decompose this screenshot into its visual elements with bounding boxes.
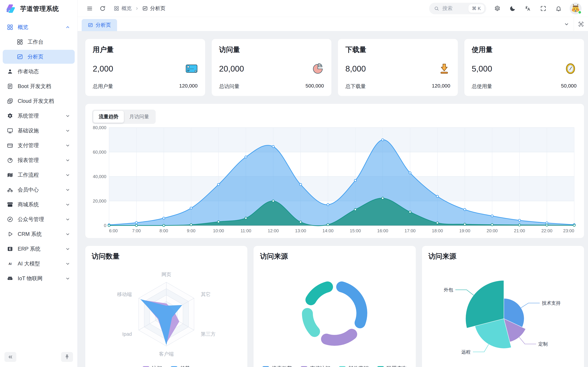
radar-legend: 访问趋势 bbox=[92, 364, 241, 367]
sidebar-item-ai[interactable]: AIAI 大模型 bbox=[3, 257, 75, 271]
legend-label: 联盟广告 bbox=[387, 365, 407, 367]
fullscreen-button[interactable] bbox=[539, 4, 547, 13]
sidebar-item-mall[interactable]: 商城系统 bbox=[3, 198, 75, 212]
tab-traffic-trend[interactable]: 流量趋势 bbox=[93, 111, 124, 123]
sidebar-item-analysis[interactable]: 分析页 bbox=[3, 50, 75, 64]
sidebar-item-cloud-docs[interactable]: Cloud 开发文档 bbox=[3, 94, 75, 108]
sidebar-collapse-button[interactable] bbox=[4, 352, 16, 362]
x-axis-tick: 6:00 bbox=[109, 228, 118, 233]
sidebar-item-erp[interactable]: ERP 系统 bbox=[3, 242, 75, 256]
sidebar-item-overview[interactable]: 概览 bbox=[3, 20, 75, 34]
chevron-down-icon bbox=[65, 172, 71, 178]
monitor-icon bbox=[7, 127, 13, 134]
shop-icon bbox=[7, 201, 13, 208]
legend-swatch bbox=[143, 366, 149, 367]
sidebar-item-member[interactable]: 会员中心 bbox=[3, 183, 75, 197]
sidebar-item-payment[interactable]: 支付管理 bbox=[3, 138, 75, 152]
sidebar-item-label: 系统管理 bbox=[18, 112, 39, 119]
sidebar-item-label: AI 大模型 bbox=[18, 260, 40, 267]
tab-analysis[interactable]: 分析页 bbox=[82, 19, 117, 31]
sidebar-item-crm[interactable]: CRM 系统 bbox=[3, 227, 75, 241]
visit-source-rose-card: 访问来源 技术支持定制远程外包 bbox=[422, 246, 584, 367]
pin-icon bbox=[64, 354, 70, 360]
moon-icon bbox=[509, 5, 516, 12]
visit-count-card: 访问数量 网页其它第三方客户端Ipad移动端 访问趋势 bbox=[85, 246, 248, 367]
sidebar-item-label: IoT 物联网 bbox=[18, 275, 43, 282]
sidebar-item-label: 公众号管理 bbox=[18, 216, 44, 223]
sidebar-item-infra[interactable]: 基础设施 bbox=[3, 124, 75, 138]
stat-footer-label: 总下载量 bbox=[345, 83, 366, 90]
gear-icon bbox=[494, 5, 501, 12]
sidebar-pin-button[interactable] bbox=[61, 352, 73, 362]
pie-callout-label: 远程 bbox=[461, 349, 471, 354]
pie-icon bbox=[7, 157, 13, 163]
dark-mode-button[interactable] bbox=[508, 4, 517, 13]
legend-item-1[interactable]: 访问 bbox=[143, 365, 162, 367]
breadcrumb-item-analysis[interactable]: 分析页 bbox=[142, 5, 165, 12]
sidebar-item-workbench[interactable]: 工作台 bbox=[3, 35, 75, 49]
sidebar-toggle-button[interactable] bbox=[86, 4, 94, 13]
sidebar-item-label: 工作台 bbox=[27, 38, 43, 46]
chevrons-left-icon bbox=[8, 354, 13, 360]
stat-footer-value: 50,000 bbox=[561, 83, 577, 90]
language-button[interactable] bbox=[524, 4, 532, 13]
y-axis-tick: 0 bbox=[104, 223, 106, 228]
maximize-icon bbox=[578, 21, 584, 27]
sidebar-item-label: Boot 开发文档 bbox=[18, 83, 51, 90]
sidebar-item-label: ERP 系统 bbox=[18, 245, 41, 252]
legend-item-2[interactable]: 趋势 bbox=[171, 365, 190, 367]
sidebar-item-workflow[interactable]: 工作流程 bbox=[3, 168, 75, 182]
gear-icon bbox=[7, 113, 13, 119]
layout-icon bbox=[17, 39, 23, 45]
chevron-down-icon bbox=[65, 217, 71, 222]
settings-button[interactable] bbox=[493, 4, 502, 13]
chevron-down-icon bbox=[65, 142, 71, 148]
search-placeholder: 搜索 bbox=[442, 5, 453, 12]
credit-card-icon bbox=[185, 63, 198, 75]
x-axis-tick: 21:00 bbox=[514, 228, 525, 233]
legend-item-3[interactable]: 邮件营销 bbox=[339, 365, 369, 367]
sidebar-item-label: 会员中心 bbox=[18, 186, 39, 193]
x-axis-tick: 9:00 bbox=[187, 228, 196, 233]
refresh-button[interactable] bbox=[98, 4, 107, 13]
tab-bar: 分析页 bbox=[78, 17, 588, 31]
chevron-down-icon bbox=[65, 128, 71, 133]
x-axis-tick: 11:00 bbox=[241, 228, 251, 233]
sidebar-item-label: 支付管理 bbox=[18, 142, 39, 149]
online-status-dot bbox=[578, 10, 581, 14]
y-axis-tick: 40,000 bbox=[93, 174, 106, 179]
sidebar-item-report[interactable]: 报表管理 bbox=[3, 153, 75, 167]
stat-footer-label: 总用户量 bbox=[93, 83, 113, 90]
legend-item-1[interactable]: 搜索引擎 bbox=[262, 365, 292, 367]
sidebar-item-mp[interactable]: 公众号管理 bbox=[3, 212, 75, 226]
pie-callout-label: 外包 bbox=[444, 287, 453, 292]
legend-label: 邮件营销 bbox=[348, 365, 369, 367]
avatar[interactable] bbox=[570, 2, 581, 14]
sidebar-item-system[interactable]: 系统管理 bbox=[3, 109, 75, 123]
maximize-content-button[interactable] bbox=[574, 17, 588, 31]
legend-item-2[interactable]: 直接访问 bbox=[301, 365, 330, 367]
notifications-button[interactable] bbox=[554, 4, 563, 13]
chevron-down-icon bbox=[65, 246, 71, 252]
search-shortcut-badge: ⌘ K bbox=[468, 4, 484, 13]
tab-monthly-visits[interactable]: 月访问量 bbox=[124, 111, 155, 123]
legend-swatch bbox=[262, 366, 269, 367]
tab-list-dropdown-button[interactable] bbox=[559, 17, 574, 31]
file-icon bbox=[7, 83, 13, 90]
legend-item-4[interactable]: 联盟广告 bbox=[377, 365, 407, 367]
legend-swatch bbox=[339, 366, 346, 367]
grid-icon bbox=[114, 6, 119, 11]
stat-card-1: 用户量2,000总用户量120,000 bbox=[85, 39, 205, 96]
stat-cards-row: 用户量2,000总用户量120,000访问量20,000%总访问量500,000… bbox=[85, 39, 584, 96]
sidebar-item-boot-docs[interactable]: Boot 开发文档 bbox=[3, 79, 75, 93]
grid-icon bbox=[7, 24, 13, 30]
sidebar-item-author-news[interactable]: 作者动态 bbox=[3, 65, 75, 78]
traffic-trend-chart: 020,00040,00060,00080,0006:007:008:009:0… bbox=[90, 125, 579, 235]
search-input[interactable]: 搜索 ⌘ K bbox=[429, 3, 486, 14]
sidebar-menu: 概览工作台分析页作者动态Boot 开发文档Cloud 开发文档系统管理基础设施支… bbox=[0, 18, 78, 349]
sidebar-item-iot[interactable]: IoT 物联网 bbox=[3, 272, 75, 285]
stat-title: 下载量 bbox=[345, 45, 450, 54]
breadcrumb-item-overview[interactable]: 概览 bbox=[114, 5, 132, 12]
sidebar-item-label: 报表管理 bbox=[18, 157, 39, 164]
play-icon bbox=[7, 231, 13, 237]
